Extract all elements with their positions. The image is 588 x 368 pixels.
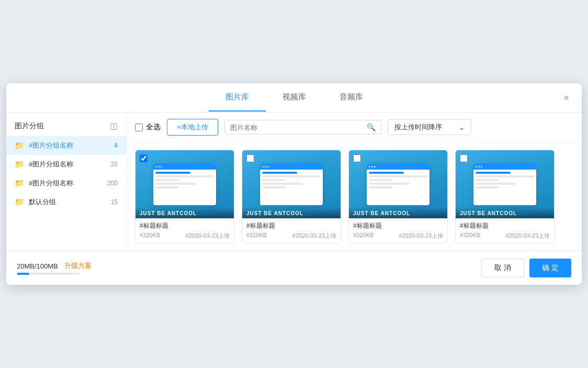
card-meta-2: #320KB #2020-03-23上传 — [246, 232, 336, 240]
card-thumbnail-1: JUST BE ANTCOOL — [135, 150, 234, 218]
folder-icon: 📁 — [15, 197, 25, 207]
card-meta-4: #320KB #2020-03-23上传 — [460, 232, 550, 240]
card-size-4: #320KB — [460, 232, 480, 240]
card-date-1: #2020-03-23上传 — [186, 232, 230, 240]
storage-info: 20MB/100MB 升级方案 — [17, 261, 92, 271]
sidebar-header: 图片分组 ◫ — [6, 119, 126, 136]
sort-label: 按上传时间降序 — [394, 122, 442, 132]
image-card-1[interactable]: ✎ ⇓ 🗑 — [135, 150, 234, 243]
card-title-2: #标题标题 — [246, 221, 336, 230]
footer-actions: 取 消 确 定 — [481, 259, 571, 277]
tab-audio[interactable]: 音频库 — [323, 84, 380, 111]
close-button[interactable]: × — [561, 91, 571, 105]
card-brand-overlay: JUST BE ANTCOOL — [135, 207, 234, 218]
card-date-3: #2020-03-23上传 — [399, 232, 443, 240]
modal-footer: 20MB/100MB 升级方案 取 消 确 定 — [6, 251, 582, 285]
card-size-2: #320KB — [246, 232, 267, 240]
sort-select[interactable]: 按上传时间降序 ⌄ — [388, 119, 471, 135]
modal-header: 图片库 视频库 音频库 × — [6, 83, 582, 113]
group-count: 15 — [111, 198, 118, 206]
sidebar-item-group1[interactable]: 📁 #图片分组名称 4 — [6, 136, 126, 155]
sidebar-item-group2[interactable]: 📁 #图片分组名称 20 — [6, 155, 126, 174]
card-brand-overlay: JUST BE ANTCOOL — [349, 207, 447, 218]
brand-label-4: JUST BE ANTCOOL — [460, 210, 550, 216]
card-title-1: #标题标题 — [140, 221, 230, 230]
card-date-4: #2020-03-23上传 — [506, 232, 550, 240]
card-meta-1: #320KB #2020-03-23上传 — [140, 232, 230, 240]
mock-screen — [367, 163, 429, 205]
brand-label-1: JUST BE ANTCOOL — [140, 210, 230, 216]
cancel-button[interactable]: 取 消 — [481, 259, 524, 277]
folder-icon: 📁 — [15, 160, 25, 169]
select-all-label[interactable]: 全选 — [135, 122, 161, 132]
folder-icon: 📁 — [15, 141, 25, 150]
tab-images[interactable]: 图片库 — [209, 84, 266, 111]
sidebar-item-group4[interactable]: 📁 默认分组 15 — [6, 193, 126, 211]
card-brand-overlay: JUST BE ANTCOOL — [242, 207, 341, 218]
card-info-4: #标题标题 #320KB #2020-03-23上传 — [456, 218, 554, 243]
mock-screen — [473, 163, 536, 205]
confirm-button[interactable]: 确 定 — [529, 259, 571, 277]
mock-screen — [260, 163, 323, 205]
card-meta-3: #320KB #2020-03-23上传 — [353, 232, 443, 240]
search-icon: 🔍 — [367, 123, 376, 131]
card-thumbnail-2: JUST BE ANTCOOL — [242, 150, 341, 218]
modal: 图片库 视频库 音频库 × 图片分组 ◫ 📁 #图片分组名称 4 📁 #图片分组… — [6, 83, 582, 285]
card-date-2: #2020-03-23上传 — [292, 232, 336, 240]
card-info-2: #标题标题 #320KB #2020-03-23上传 — [242, 218, 341, 243]
upgrade-link[interactable]: 升级方案 — [64, 261, 92, 271]
group-name: 默认分组 — [29, 197, 107, 207]
chevron-down-icon: ⌄ — [459, 124, 465, 131]
main-content: 全选 +本地上传 🔍 按上传时间降序 ⌄ ✎ — [127, 113, 582, 251]
brand-label-3: JUST BE ANTCOOL — [353, 210, 443, 216]
card-checkbox-3[interactable] — [353, 154, 361, 162]
sidebar-item-group3[interactable]: 📁 #图片分组名称 200 — [6, 174, 126, 193]
upload-button[interactable]: +本地上传 — [167, 119, 218, 136]
folder-icon: 📁 — [15, 179, 25, 188]
image-grid: ✎ ⇓ 🗑 — [127, 142, 582, 251]
search-box: 🔍 — [224, 120, 381, 135]
add-group-icon[interactable]: ◫ — [110, 121, 118, 131]
group-name: #图片分组名称 — [29, 179, 103, 188]
modal-body: 图片分组 ◫ 📁 #图片分组名称 4 📁 #图片分组名称 20 📁 #图片分组名… — [6, 113, 582, 251]
group-count: 200 — [107, 180, 118, 187]
card-title-4: #标题标题 — [460, 221, 550, 230]
sidebar: 图片分组 ◫ 📁 #图片分组名称 4 📁 #图片分组名称 20 📁 #图片分组名… — [6, 113, 127, 251]
toolbar: 全选 +本地上传 🔍 按上传时间降序 ⌄ — [127, 113, 582, 142]
group-name: #图片分组名称 — [29, 141, 110, 150]
brand-label-2: JUST BE ANTCOOL — [246, 210, 336, 216]
card-thumbnail-4: JUST BE ANTCOOL — [456, 150, 554, 218]
footer-left: 20MB/100MB 升级方案 — [17, 261, 92, 275]
card-brand-overlay: JUST BE ANTCOOL — [456, 207, 554, 218]
card-thumbnail-3: JUST BE ANTCOOL — [349, 150, 447, 218]
card-info-1: #标题标题 #320KB #2020-03-23上传 — [135, 218, 234, 243]
card-checkbox-1[interactable] — [140, 154, 148, 162]
image-card-2[interactable]: ✎ ⇓ 🗑 — [242, 150, 341, 243]
card-title-3: #标题标题 — [353, 221, 443, 230]
storage-text: 20MB/100MB — [17, 262, 58, 270]
group-count: 20 — [111, 161, 118, 168]
select-all-text: 全选 — [146, 122, 161, 132]
card-size-1: #320KB — [140, 232, 160, 240]
select-all-checkbox[interactable] — [135, 124, 143, 131]
card-checkbox-4[interactable] — [460, 154, 468, 162]
image-card-3[interactable]: ✎ ⇓ 🗑 — [348, 150, 448, 243]
card-size-3: #320KB — [353, 232, 374, 240]
sidebar-title: 图片分组 — [15, 121, 44, 131]
card-info-3: #标题标题 #320KB #2020-03-23上传 — [349, 218, 447, 243]
card-checkbox-2[interactable] — [246, 154, 254, 162]
tab-videos[interactable]: 视频库 — [266, 84, 323, 111]
search-input[interactable] — [230, 124, 364, 131]
image-card-4[interactable]: ✎ ⇓ 🗑 — [455, 150, 555, 243]
progress-bar-track — [17, 273, 80, 275]
mock-screen — [153, 163, 216, 205]
group-name: #图片分组名称 — [29, 160, 107, 169]
group-count: 4 — [114, 142, 118, 149]
tabs: 图片库 视频库 音频库 — [209, 84, 380, 111]
progress-bar-fill — [17, 273, 29, 275]
